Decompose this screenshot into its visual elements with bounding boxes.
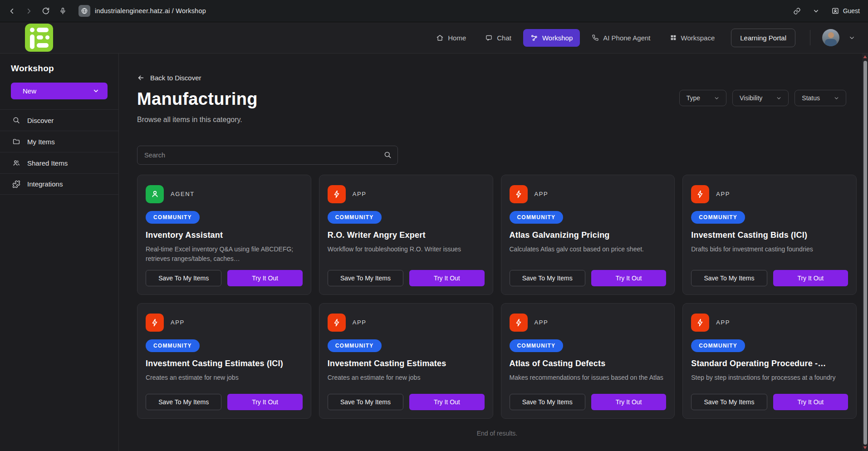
- item-title: Investment Casting Bids (ICI): [691, 230, 848, 240]
- sidebar-item-shared-items[interactable]: Shared Items: [0, 152, 118, 173]
- filter-label: Visibility: [740, 94, 762, 102]
- save-to-my-items-button[interactable]: Save To My Items: [510, 270, 585, 286]
- scroll-up-arrow-icon[interactable]: [863, 55, 867, 59]
- try-it-out-button[interactable]: Try It Out: [773, 394, 848, 410]
- item-description: Calculates Atlas galv cost based on pric…: [510, 245, 667, 264]
- browser-refresh-button[interactable]: [42, 7, 50, 15]
- item-card: APP COMMUNITY Standard Operating Procedu…: [682, 303, 857, 419]
- items-grid: AGENT COMMUNITY Inventory Assistant Real…: [137, 175, 857, 419]
- item-description: Real-time Excel inventory Q&A using file…: [146, 245, 303, 264]
- save-to-my-items-button[interactable]: Save To My Items: [146, 394, 221, 410]
- save-to-my-items-button[interactable]: Save To My Items: [328, 394, 403, 410]
- nav-item-chat[interactable]: Chat: [478, 29, 519, 47]
- chrome-menu-caret[interactable]: [813, 8, 819, 15]
- try-it-out-button[interactable]: Try It Out: [227, 394, 302, 410]
- learning-portal-button[interactable]: Learning Portal: [731, 29, 795, 47]
- chevron-down-icon: [93, 88, 99, 94]
- type-filter-dropdown[interactable]: Type: [679, 90, 726, 106]
- try-it-out-button[interactable]: Try It Out: [409, 394, 484, 410]
- nav-item-home[interactable]: Home: [429, 29, 473, 47]
- sidebar-item-label: My Items: [27, 138, 55, 146]
- app-bolt-icon: [328, 185, 346, 203]
- agent-icon: [146, 185, 164, 203]
- save-to-my-items-button[interactable]: Save To My Items: [328, 270, 403, 286]
- header-divider: [810, 30, 810, 45]
- item-title: R.O. Writer Angry Expert: [328, 230, 485, 240]
- sidebar-item-label: Discover: [27, 117, 54, 124]
- save-to-my-items-button[interactable]: Save To My Items: [691, 270, 767, 286]
- sidebar: Workshop New Discover My Items Shared It…: [0, 54, 119, 451]
- guest-label: Guest: [843, 7, 860, 15]
- item-card: APP COMMUNITY Investment Casting Estimat…: [137, 303, 311, 419]
- community-badge: COMMUNITY: [691, 339, 745, 352]
- item-type-label: AGENT: [171, 191, 195, 197]
- item-type-label: APP: [535, 319, 549, 326]
- scrollbar-thumb[interactable]: [863, 61, 867, 445]
- visibility-filter-dropdown[interactable]: Visibility: [732, 90, 789, 106]
- try-it-out-button[interactable]: Try It Out: [227, 270, 302, 286]
- main-content: Back to Discover Manufacturing Type Visi…: [119, 54, 868, 451]
- community-badge: COMMUNITY: [510, 339, 564, 352]
- page-subtitle: Browse all items in this category.: [137, 116, 868, 124]
- arrow-left-icon: [137, 74, 145, 82]
- browser-mic-button[interactable]: [59, 7, 67, 15]
- refresh-icon: [42, 7, 50, 15]
- nav-label: Chat: [497, 34, 511, 42]
- folder-icon: [12, 137, 20, 146]
- item-title: Investment Casting Estimates (ICI): [146, 359, 303, 368]
- nav-item-workspace[interactable]: Workspace: [662, 29, 722, 47]
- status-filter-dropdown[interactable]: Status: [794, 90, 846, 106]
- page-scrollbar[interactable]: [862, 54, 868, 451]
- try-it-out-button[interactable]: Try It Out: [409, 270, 484, 286]
- app-bolt-icon: [510, 314, 528, 332]
- search-input[interactable]: [137, 146, 398, 165]
- search-icon: [383, 151, 392, 159]
- page-title: Manufacturing: [137, 89, 258, 110]
- app-logo[interactable]: [25, 24, 53, 52]
- guest-profile-chip[interactable]: Guest: [831, 7, 860, 15]
- user-avatar[interactable]: [822, 29, 839, 46]
- item-type-label: APP: [353, 191, 367, 197]
- community-badge: COMMUNITY: [146, 339, 200, 352]
- puzzle-icon: [12, 180, 20, 188]
- item-type-label: APP: [171, 319, 185, 326]
- browser-chrome: industrialengineer.hatz.ai / Workshop Gu…: [0, 0, 868, 22]
- sidebar-item-discover[interactable]: Discover: [0, 109, 118, 131]
- app-header: Home Chat Workshop AI Phone Agent Worksp…: [0, 22, 868, 54]
- nav-item-workshop[interactable]: Workshop: [523, 29, 580, 47]
- save-to-my-items-button[interactable]: Save To My Items: [146, 270, 221, 286]
- try-it-out-button[interactable]: Try It Out: [773, 270, 848, 286]
- item-type-label: APP: [353, 319, 367, 326]
- sidebar-item-my-items[interactable]: My Items: [0, 131, 118, 152]
- filter-label: Type: [687, 94, 700, 102]
- item-description: Creates an estimate for new jobs: [328, 373, 485, 387]
- new-button[interactable]: New: [11, 83, 108, 99]
- item-card: APP COMMUNITY Atlas of Casting Defects M…: [501, 303, 675, 419]
- nav-label: Workspace: [681, 34, 715, 42]
- try-it-out-button[interactable]: Try It Out: [591, 394, 666, 410]
- item-description: Drafts bids for investment casting found…: [691, 245, 848, 264]
- address-bar[interactable]: industrialengineer.hatz.ai / Workshop: [78, 5, 206, 17]
- community-badge: COMMUNITY: [328, 339, 382, 352]
- globe-icon: [78, 5, 90, 17]
- item-title: Atlas of Casting Defects: [510, 359, 667, 368]
- back-to-discover-link[interactable]: Back to Discover: [137, 74, 201, 82]
- search-icon: [12, 116, 20, 124]
- microphone-icon: [59, 7, 67, 15]
- browser-back-button[interactable]: [8, 7, 16, 15]
- try-it-out-button[interactable]: Try It Out: [591, 270, 666, 286]
- grid-icon: [670, 34, 677, 41]
- sidebar-item-integrations[interactable]: Integrations: [0, 173, 118, 195]
- app-bolt-icon: [691, 185, 709, 203]
- save-to-my-items-button[interactable]: Save To My Items: [510, 394, 585, 410]
- scroll-down-arrow-icon[interactable]: [863, 446, 867, 450]
- new-button-label: New: [23, 87, 36, 95]
- nav-item-ai-phone-agent[interactable]: AI Phone Agent: [584, 29, 657, 47]
- share-link-button[interactable]: [793, 7, 801, 15]
- browser-forward-button[interactable]: [25, 7, 33, 15]
- save-to-my-items-button[interactable]: Save To My Items: [691, 394, 767, 410]
- avatar-menu-chevron-icon[interactable]: [848, 34, 855, 41]
- back-link-label: Back to Discover: [150, 74, 201, 82]
- chevron-down-icon: [834, 95, 839, 101]
- item-description: Makes recommendations for issues based o…: [510, 373, 667, 387]
